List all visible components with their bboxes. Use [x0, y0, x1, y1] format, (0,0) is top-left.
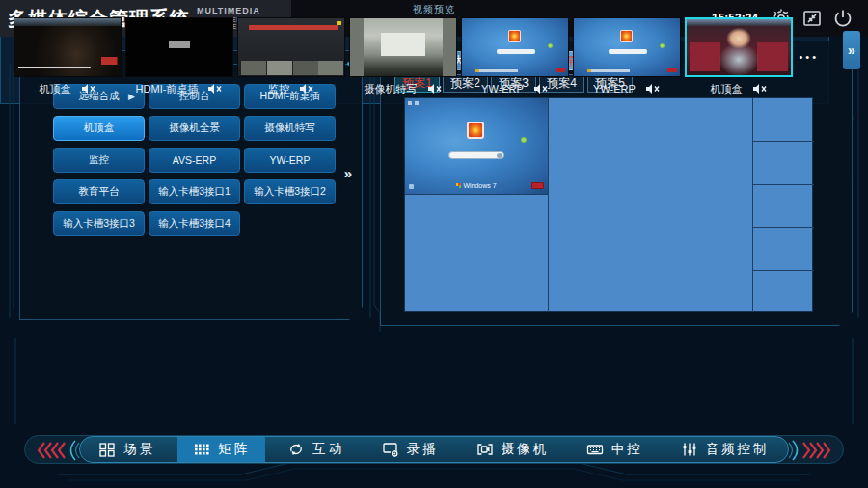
- source-button-yw-erp[interactable]: YW-ERP: [244, 148, 336, 173]
- windows-flag-icon: [456, 183, 461, 188]
- win7-caption-mini: [475, 69, 518, 72]
- win7-password-field: [448, 151, 504, 159]
- source-button-edu-platform[interactable]: 教育平台: [53, 179, 145, 204]
- video-wall-layout: Windows 7: [404, 97, 813, 312]
- matrix-grid-icon: [193, 442, 210, 457]
- wall-cell-empty-2[interactable]: [548, 98, 752, 312]
- preview-label-row: HDMI-前桌插: [125, 77, 233, 100]
- preview-thumbnails-row: 机顶盒 HDMI-前桌插 监控: [14, 17, 793, 100]
- preview-thumbnail[interactable]: [461, 17, 569, 77]
- preview-source-label: YW-ERP: [481, 83, 524, 95]
- win7-user-avatar: [467, 122, 484, 139]
- preview-item-settop-box-2[interactable]: 机顶盒: [685, 17, 793, 100]
- app-window: 多媒体综合管理系统 MULTIMEDIA INTEGRATED MANAGEME…: [0, 0, 868, 488]
- video-camera-icon: [476, 442, 494, 457]
- nav-item-recording[interactable]: 录播: [366, 437, 454, 462]
- muted-speaker-icon[interactable]: [533, 83, 549, 95]
- more-menu-icon[interactable]: •••: [799, 51, 819, 63]
- win7-shutdown-mini: [667, 68, 677, 72]
- preview-item-yw-erp-2[interactable]: YW-ERP: [573, 17, 681, 100]
- wall-cell-right-2[interactable]: [752, 141, 814, 184]
- wall-grid-line: [752, 227, 814, 228]
- left-chevrons-decoration: [31, 440, 81, 461]
- source-button-slot3-port1[interactable]: 输入卡槽3接口1: [149, 179, 240, 204]
- win7-os-text: Windows 7: [463, 182, 496, 189]
- preview-thumbnail[interactable]: [14, 17, 122, 77]
- preview-item-settop-box-1[interactable]: 机顶盒: [14, 17, 122, 100]
- source-button-avs-erp[interactable]: AVS-ERP: [149, 148, 240, 173]
- nav-item-scene[interactable]: 场景: [83, 437, 171, 462]
- source-button-surveillance[interactable]: 监控: [53, 148, 145, 173]
- source-button-label: 监控: [89, 153, 109, 167]
- preview-source-label: 摄像机特写: [365, 82, 418, 96]
- nav-item-label: 摄像机: [502, 441, 550, 458]
- preview-item-hdmi-front[interactable]: HDMI-前桌插: [125, 17, 233, 100]
- preview-label-row: 机顶盒: [685, 77, 793, 100]
- muted-speaker-icon[interactable]: [427, 83, 443, 95]
- source-button-slot3-port4[interactable]: 输入卡槽3接口4: [149, 211, 240, 236]
- preview-label-row: 监控: [237, 77, 345, 100]
- win7-shutdown-mini: [556, 68, 565, 72]
- audio-sliders-icon: [681, 442, 698, 457]
- source-button-label: YW-ERP: [270, 154, 311, 166]
- nav-item-label: 场景: [123, 441, 155, 458]
- preview-item-camera-closeup[interactable]: 摄像机特写: [349, 17, 457, 100]
- source-button-label: 机顶盒: [84, 122, 115, 135]
- source-button-label: 摄像机全景: [169, 122, 220, 135]
- preview-next-chevron-icon[interactable]: »: [843, 31, 860, 69]
- nav-item-label: 中控: [611, 441, 643, 458]
- muted-speaker-icon[interactable]: [207, 83, 223, 95]
- wall-cell-win7-source[interactable]: Windows 7: [405, 98, 548, 194]
- preview-thumbnail[interactable]: [349, 17, 457, 77]
- wall-cell-right-4[interactable]: [752, 227, 814, 270]
- wall-grid-line: [752, 141, 814, 142]
- preview-thumbnail[interactable]: [573, 17, 681, 77]
- preview-thumbnail-selected[interactable]: [685, 17, 793, 77]
- preview-label-row: 摄像机特写: [349, 77, 457, 100]
- source-button-settop-box[interactable]: 机顶盒: [53, 116, 145, 141]
- muted-speaker-icon[interactable]: [645, 83, 661, 95]
- win7-network-dot-mini: [548, 43, 553, 48]
- source-button-slot3-port2[interactable]: 输入卡槽3接口2: [244, 179, 336, 204]
- source-button-label: 输入卡槽3接口2: [254, 185, 326, 199]
- preview-thumbnail[interactable]: [237, 17, 345, 77]
- video-preview-strip: 视频预览 机顶盒 HDMI-前桌插 监控: [0, 0, 829, 104]
- nav-item-camera[interactable]: 摄像机: [461, 437, 565, 462]
- preview-source-label: 机顶盒: [40, 82, 71, 96]
- source-button-label: 输入卡槽3接口3: [63, 217, 135, 230]
- win7-password-mini: [497, 49, 535, 54]
- muted-speaker-icon[interactable]: [752, 83, 768, 95]
- source-button-label: 摄像机特写: [264, 122, 315, 135]
- record-screen-icon: [382, 442, 399, 457]
- source-button-slot3-port3[interactable]: 输入卡槽3接口3: [53, 211, 145, 236]
- preview-strip-title: 视频预览: [0, 3, 868, 16]
- preview-item-yw-erp-1[interactable]: YW-ERP: [461, 17, 569, 100]
- win7-shutdown-button: [531, 182, 544, 189]
- source-button-camera-panorama[interactable]: 摄像机全景: [149, 116, 240, 141]
- win7-os-label: Windows 7: [405, 182, 548, 189]
- wall-cell-right-5[interactable]: [752, 270, 814, 312]
- nav-item-audio-control[interactable]: 音频控制: [665, 437, 785, 462]
- wall-cell-right-3[interactable]: [752, 184, 814, 227]
- source-button-camera-closeup[interactable]: 摄像机特写: [244, 116, 336, 141]
- win7-avatar-mini: [508, 30, 521, 42]
- bottom-nav-bar: 场景 矩阵 互动: [79, 436, 789, 463]
- win7-avatar-mini: [620, 30, 633, 42]
- wall-cell-empty-1[interactable]: [405, 194, 548, 312]
- preview-thumbnail[interactable]: [125, 17, 233, 77]
- nav-item-central-control[interactable]: 中控: [571, 437, 659, 462]
- bottom-nav-container: 场景 矩阵 互动: [24, 435, 844, 464]
- preview-source-label: 监控: [268, 82, 289, 96]
- preview-source-label: YW-ERP: [593, 83, 636, 95]
- muted-speaker-icon[interactable]: [81, 83, 96, 95]
- wall-grid-line: [752, 270, 814, 271]
- muted-speaker-icon[interactable]: [299, 83, 314, 95]
- preview-item-surveillance[interactable]: 监控: [237, 17, 345, 100]
- wall-cell-right-1[interactable]: [752, 98, 814, 141]
- nav-item-interaction[interactable]: 互动: [272, 437, 360, 462]
- source-button-label: 教育平台: [79, 185, 120, 199]
- source-button-label: 输入卡槽3接口4: [158, 217, 231, 230]
- panel-collapse-chevron-icon[interactable]: »: [344, 165, 352, 181]
- nav-item-matrix[interactable]: 矩阵: [177, 437, 265, 462]
- nav-item-label: 音频控制: [706, 441, 770, 458]
